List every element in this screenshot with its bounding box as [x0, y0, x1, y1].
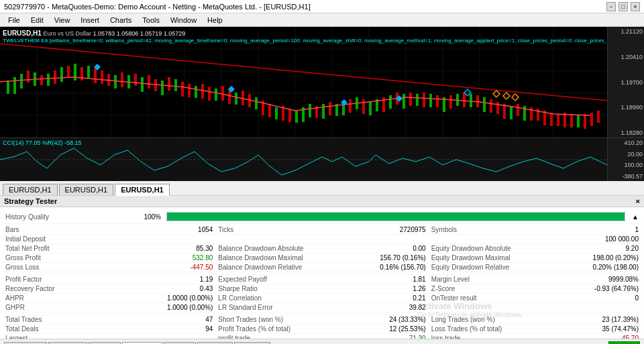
profit-trade-label: profit trade — [215, 334, 323, 339]
ticks-label: Ticks — [215, 225, 323, 235]
price-label-1: 1.21120 — [609, 28, 643, 35]
ed-abs-label: Equity Drawdown Absolute — [429, 244, 536, 253]
cci-scale: 410.20 20.00 100.00 -380.57 — [607, 138, 644, 181]
titlebar-controls: − □ × — [606, 2, 640, 11]
svg-rect-96 — [517, 104, 519, 116]
menu-help[interactable]: Help — [202, 15, 228, 25]
titlebar-title: 5029779970 - MetaQuotes-Demo: Demo Accou… — [4, 3, 311, 11]
cci-level-3: 100.00 — [609, 162, 643, 168]
svg-marker-116 — [512, 94, 519, 101]
svg-rect-31 — [80, 67, 83, 80]
history-quality-label: History Quality — [3, 210, 110, 224]
net-profit-value: 85.30 — [110, 244, 215, 253]
svg-rect-108 — [597, 111, 600, 123]
price-label-4: 1.18990 — [609, 104, 643, 111]
svg-marker-115 — [503, 93, 510, 99]
activate-windows-hint: Go to Settings to activate Windows. — [417, 311, 523, 319]
menu-view[interactable]: View — [49, 15, 76, 25]
symbols-label: Symbols — [429, 225, 536, 235]
st-header: Strategy Tester × — [0, 196, 644, 207]
menu-window[interactable]: Window — [165, 15, 202, 25]
svg-rect-59 — [268, 104, 271, 117]
ea-label: TWELVETHEM EA [williams_timeframe=0; wil… — [3, 38, 606, 44]
tab-journal[interactable]: Journal — [234, 342, 270, 345]
tab-overview[interactable]: Overview — [4, 342, 47, 345]
chart-prices: 1.05783 1.05806 1.05719 1.05729 — [93, 30, 186, 37]
ed-abs-value: 9.20 — [536, 244, 641, 253]
svg-rect-36 — [114, 75, 117, 89]
minimize-button[interactable]: − — [606, 2, 616, 11]
bars-row: Bars 1054 Ticks 2720975 Symbols 1 — [3, 225, 641, 235]
gross-profit-row: Gross Profit 532.80 Balance Drawdown Max… — [3, 253, 641, 263]
chart-area: EURUSD,H1 Euro vs US Dollar 1.05783 1.05… — [0, 27, 644, 181]
menubar: File Edit View Insert Charts Tools Windo… — [0, 13, 644, 27]
svg-rect-77 — [389, 95, 392, 109]
chart-tab-1[interactable]: EURUSD,H1 — [3, 184, 58, 195]
tab-settings[interactable]: Settings — [48, 342, 87, 345]
total-deals-row: Total Deals 94 Profit Trades (% of total… — [3, 325, 641, 334]
gross-profit-label: Gross Profit — [3, 253, 110, 263]
recovery-factor-value: 0.43 — [110, 284, 215, 294]
price-label-5: 1.18280 — [609, 129, 643, 136]
menu-charts[interactable]: Charts — [105, 15, 137, 25]
svg-rect-101 — [550, 113, 553, 126]
history-quality-fill — [167, 213, 625, 221]
svg-rect-62 — [288, 109, 291, 122]
lr-corr-value: 0.21 — [323, 294, 428, 303]
tab-backtest[interactable]: Backtest — [122, 342, 162, 345]
total-trades-value: 47 — [110, 315, 215, 325]
svg-rect-45 — [174, 79, 177, 91]
activate-windows-watermark: Activate Windows Go to Settings to activ… — [417, 301, 523, 319]
svg-rect-60 — [275, 107, 278, 119]
chart-tab-2[interactable]: EURUSD,H1 — [59, 184, 114, 195]
svg-rect-30 — [74, 64, 76, 80]
expected-payoff-value: 1.81 — [323, 275, 428, 284]
st-close-icon[interactable]: × — [636, 197, 640, 205]
svg-rect-23 — [27, 70, 30, 82]
cci-level-2: 20.00 — [609, 151, 643, 158]
svg-rect-41 — [148, 75, 150, 89]
ghpr-label: GHPR — [3, 303, 110, 312]
svg-rect-27 — [54, 70, 56, 84]
ed-rel-value: 0.20% (198.00) — [536, 263, 641, 272]
total-trades-label: Total Trades — [3, 315, 110, 325]
gross-loss-label: Gross Loss — [3, 263, 110, 272]
recovery-factor-label: Recovery Factor — [3, 284, 110, 294]
svg-rect-88 — [463, 93, 466, 107]
tab-agents[interactable]: Agents — [197, 342, 232, 345]
tab-graph[interactable]: Graph — [164, 342, 197, 345]
svg-rect-20 — [7, 80, 9, 94]
profit-trade-value: 71.30 — [323, 334, 428, 339]
start-button[interactable]: Start — [608, 341, 640, 345]
bd-rel-value: 0.16% (156.70) — [323, 263, 428, 272]
maximize-button[interactable]: □ — [619, 2, 628, 11]
loss-trade-value: -45.70 — [536, 334, 641, 339]
close-button[interactable]: × — [631, 2, 640, 11]
cci-chart: CCI(14) 77.05 %R(42) -58.15 410.20 20.00… — [0, 137, 644, 181]
svg-marker-114 — [493, 91, 500, 97]
svg-rect-79 — [402, 94, 405, 109]
ahpr-label: AHPR — [3, 294, 110, 303]
initial-deposit-row: Initial Deposit 100 000.00 — [3, 235, 641, 244]
svg-rect-81 — [416, 94, 419, 106]
tab-inputs[interactable]: Inputs — [89, 342, 121, 345]
price-scale: 1.21120 1.20410 1.19700 1.18990 1.18280 — [607, 27, 644, 137]
history-quality-value: 100% — [110, 210, 164, 224]
menu-insert[interactable]: Insert — [75, 15, 105, 25]
bars-value: 1054 — [110, 225, 215, 235]
st-content[interactable]: History Quality 100% ▲ Bars 1054 Ticks 2… — [0, 207, 644, 339]
menu-file[interactable]: File — [3, 15, 25, 25]
expand-icon[interactable]: ▲ — [628, 210, 641, 224]
menu-tools[interactable]: Tools — [137, 15, 165, 25]
svg-rect-29 — [67, 66, 70, 78]
ahpr-value: 1.0000 (0.00%) — [110, 294, 215, 303]
svg-rect-39 — [134, 74, 137, 86]
cci-label: CCI(14) 77.05 %R(42) -58.15 — [3, 139, 82, 146]
menu-edit[interactable]: Edit — [25, 15, 49, 25]
chart-tab-3[interactable]: EURUSD,H1 — [115, 184, 170, 196]
svg-rect-21 — [13, 77, 16, 94]
bd-max-label: Balance Drawdown Maximal — [215, 253, 323, 263]
svg-rect-32 — [87, 66, 90, 78]
cci-svg — [0, 138, 607, 181]
svg-rect-48 — [195, 86, 197, 98]
